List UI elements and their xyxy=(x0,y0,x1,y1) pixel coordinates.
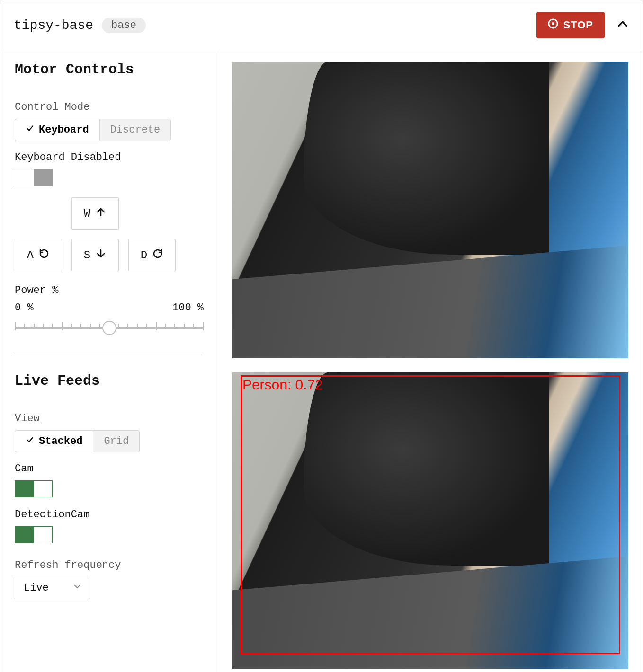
stop-button[interactable]: STOP xyxy=(536,12,605,38)
keyboard-toggle[interactable] xyxy=(15,169,53,186)
camera-feed-detectioncam: Person: 0.72 xyxy=(232,372,628,669)
detection-cam-toggle[interactable] xyxy=(15,526,53,543)
mode-keyboard-label: Keyboard xyxy=(39,124,89,136)
refresh-label: Refresh frequency xyxy=(15,559,204,571)
device-title: tipsy-base xyxy=(14,18,93,33)
power-label: Power % xyxy=(15,284,204,296)
key-d[interactable]: D xyxy=(128,239,176,271)
power-min: 0 % xyxy=(15,302,34,314)
power-slider[interactable] xyxy=(15,317,204,338)
rotate-ccw-icon xyxy=(38,248,50,263)
detection-cam-label: DetectionCam xyxy=(15,509,204,521)
view-grid-button[interactable]: Grid xyxy=(93,430,140,452)
view-stacked-label: Stacked xyxy=(39,435,82,447)
camera-feed-cam xyxy=(232,62,628,358)
live-feeds-title: Live Feeds xyxy=(15,373,204,389)
view-stacked-button[interactable]: Stacked xyxy=(15,430,93,452)
mode-discrete-button[interactable]: Discrete xyxy=(100,119,171,141)
detection-bbox xyxy=(241,375,621,654)
rotate-cw-icon xyxy=(152,248,163,263)
device-tag: base xyxy=(102,18,146,33)
device-panel: tipsy-base base STOP Motor Controls Cont… xyxy=(0,0,643,672)
chevron-up-icon xyxy=(616,25,629,33)
control-mode-group: Keyboard Discrete xyxy=(15,119,171,141)
key-s-label: S xyxy=(84,249,90,262)
detection-label: Person: 0.72 xyxy=(242,377,323,393)
keyboard-state-label: Keyboard Disabled xyxy=(15,151,204,163)
mode-discrete-label: Discrete xyxy=(110,124,161,136)
divider xyxy=(15,354,204,354)
wasd-keys: W A S D xyxy=(15,197,204,271)
cam-toggle[interactable] xyxy=(15,480,53,497)
power-range-labels: 0 % 100 % xyxy=(15,302,204,314)
control-mode-label: Control Mode xyxy=(15,101,204,113)
refresh-select[interactable]: Live xyxy=(15,577,90,599)
key-s[interactable]: S xyxy=(71,239,119,271)
key-a-label: A xyxy=(27,249,34,262)
power-max: 100 % xyxy=(172,302,204,314)
view-label: View xyxy=(15,413,204,424)
power-slider-handle[interactable] xyxy=(102,321,116,335)
check-icon xyxy=(26,435,34,447)
sidebar: Motor Controls Control Mode Keyboard Dis… xyxy=(0,50,218,672)
key-w-label: W xyxy=(84,207,90,220)
key-d-label: D xyxy=(141,249,147,262)
key-w[interactable]: W xyxy=(71,197,119,230)
stop-label: STOP xyxy=(563,19,593,31)
main-feeds: Person: 0.72 xyxy=(218,50,643,672)
view-group: Stacked Grid xyxy=(15,430,140,452)
arrow-down-icon xyxy=(95,248,107,263)
svg-rect-1 xyxy=(552,22,555,25)
panel-header: tipsy-base base STOP xyxy=(0,0,643,50)
mode-keyboard-button[interactable]: Keyboard xyxy=(15,119,100,141)
chevron-down-icon xyxy=(73,582,81,594)
view-grid-label: Grid xyxy=(104,435,129,447)
cam-label: Cam xyxy=(15,463,204,475)
key-a[interactable]: A xyxy=(15,239,62,271)
motor-controls-title: Motor Controls xyxy=(15,62,204,78)
arrow-up-icon xyxy=(95,206,107,221)
panel-body: Motor Controls Control Mode Keyboard Dis… xyxy=(0,50,643,672)
stop-icon xyxy=(548,18,558,32)
refresh-value: Live xyxy=(24,582,49,594)
collapse-toggle[interactable] xyxy=(616,18,629,33)
check-icon xyxy=(26,124,34,136)
